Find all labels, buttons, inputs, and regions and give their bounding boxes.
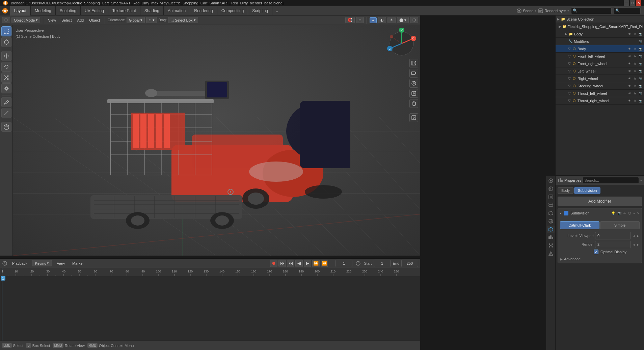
- playback-menu[interactable]: Playback: [9, 261, 30, 266]
- mod-editmode-icon[interactable]: ✏: [623, 211, 626, 215]
- mod-render-icon[interactable]: 📷: [617, 211, 621, 215]
- material-shading-btn[interactable]: ◐: [378, 17, 386, 23]
- levels-viewport-next[interactable]: ▸: [637, 234, 640, 238]
- proportional-edit-toggle[interactable]: ⊙: [356, 17, 364, 23]
- play-btn[interactable]: ▶: [304, 260, 311, 267]
- view-layer-props-icon[interactable]: [547, 201, 555, 209]
- minimize-btn[interactable]: ─: [624, 0, 629, 6]
- tab-shading[interactable]: Shading: [140, 6, 164, 16]
- render-layer-dropdown-icon[interactable]: ▾: [567, 9, 569, 12]
- modifier-camera-icon[interactable]: 📷: [638, 39, 643, 44]
- solid-shading-btn[interactable]: ●: [370, 17, 377, 23]
- lw-eye-icon[interactable]: 👁: [627, 69, 632, 74]
- body-cam-icon[interactable]: 📷: [638, 47, 643, 51]
- levels-viewport-value[interactable]: 0: [595, 232, 631, 239]
- add-menu[interactable]: Add: [75, 18, 86, 23]
- frw-eye-icon[interactable]: 👁: [627, 61, 632, 66]
- render-prev[interactable]: ◂: [632, 243, 635, 246]
- editor-type-btn[interactable]: ⬡: [2, 17, 10, 23]
- mode-selector[interactable]: Object Mode ▾: [11, 17, 40, 23]
- start-frame-input[interactable]: [374, 260, 391, 267]
- sw-cam-icon[interactable]: 📷: [638, 84, 643, 88]
- modifier-expand-btn[interactable]: ▾: [560, 211, 562, 215]
- properties-expand-icon[interactable]: ◂: [640, 178, 642, 182]
- world-props-icon[interactable]: [547, 217, 555, 225]
- outliner-item-front-right-wheel[interactable]: ▽ ⬡ Front_right_wheel 👁 🖱 📷: [556, 60, 644, 67]
- catmull-clark-tab[interactable]: Catmull-Clark: [560, 221, 599, 229]
- tab-modeling[interactable]: Modeling: [31, 6, 56, 16]
- rendered-shading-btn[interactable]: ☀: [387, 17, 396, 23]
- add-workspace-btn[interactable]: +: [272, 8, 281, 16]
- outliner-item-electric-cart[interactable]: ▶ 📁 Electric_Shopping_Cart_SmartKART_Red…: [556, 23, 644, 30]
- select-menu[interactable]: Select: [59, 18, 74, 23]
- tab-layout[interactable]: Layout: [10, 6, 31, 16]
- timeline-ruler[interactable]: 1 10 20 30 40 50 60 70 80 90 1: [0, 268, 420, 276]
- body-tab[interactable]: Body: [558, 187, 573, 194]
- object-props-icon[interactable]: [547, 226, 555, 233]
- jump-start-btn[interactable]: ⏮: [278, 260, 286, 267]
- transform-tool-btn[interactable]: [1, 83, 11, 93]
- physics-props-icon[interactable]: [547, 250, 555, 257]
- outliner-item-left-wheel[interactable]: ▽ ⬡ Left_wheel 👁 🖱 📷: [556, 67, 644, 75]
- lw-sel-icon[interactable]: 🖱: [633, 69, 637, 74]
- add-cube-tool[interactable]: [1, 122, 11, 132]
- end-frame-input[interactable]: [401, 260, 418, 267]
- frw-sel-icon[interactable]: 🖱: [633, 61, 637, 66]
- body-eye-icon[interactable]: 👁: [627, 47, 632, 51]
- blender-menu-btn[interactable]: [0, 6, 10, 16]
- next-keyframe-btn[interactable]: ⏩: [312, 260, 320, 267]
- lw-cam-icon[interactable]: 📷: [638, 69, 643, 74]
- levels-viewport-prev[interactable]: ◂: [632, 234, 635, 238]
- outliner-item-scene-collection[interactable]: ▶ 📁 Scene Collection: [556, 16, 644, 23]
- render-layer-selector[interactable]: RenderLayer: [544, 9, 566, 13]
- scene-props-icon[interactable]: [547, 177, 555, 184]
- flw-cam-icon[interactable]: 📷: [638, 54, 643, 59]
- tlw-cam-icon[interactable]: 📷: [638, 91, 643, 96]
- tab-uv-editing[interactable]: UV Editing: [81, 6, 108, 16]
- snap-toggle[interactable]: 🧲: [345, 17, 355, 23]
- mod-cage-icon[interactable]: ⬡: [628, 211, 631, 215]
- trw-sel-icon[interactable]: 🖱: [633, 98, 637, 103]
- search-bar[interactable]: 🔍: [571, 7, 612, 14]
- frw-cam-icon[interactable]: 📷: [638, 61, 643, 66]
- pivot-dropdown[interactable]: ⊙ ▾: [146, 17, 157, 23]
- perspective-ortho-toggle[interactable]: [409, 59, 418, 67]
- marker-menu[interactable]: Marker: [70, 261, 86, 266]
- modifier-props-icon[interactable]: [547, 234, 555, 241]
- output-props-icon[interactable]: [547, 193, 555, 201]
- play-reverse-btn[interactable]: ◀: [295, 260, 303, 267]
- properties-search[interactable]: [583, 177, 639, 184]
- viewport-gizmo[interactable]: X Y Z: [386, 28, 417, 59]
- select-box-dropdown[interactable]: ⬚ Select Box ▾: [168, 17, 198, 23]
- object-menu[interactable]: Object: [87, 18, 102, 23]
- face-icon-btn[interactable]: [409, 113, 418, 122]
- simple-tab[interactable]: Simple: [600, 221, 640, 229]
- record-btn[interactable]: ⏺: [270, 260, 277, 267]
- view-menu[interactable]: View: [46, 18, 58, 23]
- rw-cam-icon[interactable]: 📷: [638, 76, 643, 81]
- tlw-sel-icon[interactable]: 🖱: [633, 91, 637, 96]
- global-search-bar[interactable]: 🔍: [614, 7, 641, 14]
- tab-rendering[interactable]: Rendering: [190, 6, 217, 16]
- main-viewport[interactable]: User Perspective (1) Scene Collection | …: [13, 25, 420, 256]
- overlay-btn[interactable]: ⬤ ▾: [397, 17, 409, 23]
- annotate-tool-btn[interactable]: [1, 97, 11, 107]
- view-menu-timeline[interactable]: View: [54, 261, 68, 266]
- outliner-item-body-mesh[interactable]: ▽ ⬡ Body 👁 🖱 📷: [556, 45, 644, 53]
- sw-eye-icon[interactable]: 👁: [627, 84, 632, 88]
- particles-props-icon[interactable]: [547, 242, 555, 249]
- rw-sel-icon[interactable]: 🖱: [633, 76, 637, 81]
- outliner-item-thrust-left-wheel[interactable]: ▽ ⬡ Thrust_left_wheel 👁 🖱 📷: [556, 90, 644, 97]
- view-icon[interactable]: 👁: [627, 32, 632, 36]
- subdivision-tab[interactable]: Subdivision: [574, 187, 600, 194]
- move-tool-btn[interactable]: [1, 51, 11, 61]
- orientation-dropdown[interactable]: Global ▾: [127, 17, 145, 23]
- outliner-item-right-wheel[interactable]: ▽ ⬡ Right_wheel 👁 🖱 📷: [556, 75, 644, 82]
- camera-view-btn[interactable]: [409, 69, 418, 78]
- rotate-tool-btn[interactable]: [1, 62, 11, 72]
- keying-dropdown[interactable]: Keying ▾: [32, 260, 52, 266]
- hand-tool-btn[interactable]: [409, 99, 418, 108]
- render-restrict-icon[interactable]: 📷: [638, 32, 643, 36]
- scene-dropdown-icon[interactable]: ▾: [535, 9, 536, 12]
- mod-dropdown-icon[interactable]: ▾: [633, 211, 635, 215]
